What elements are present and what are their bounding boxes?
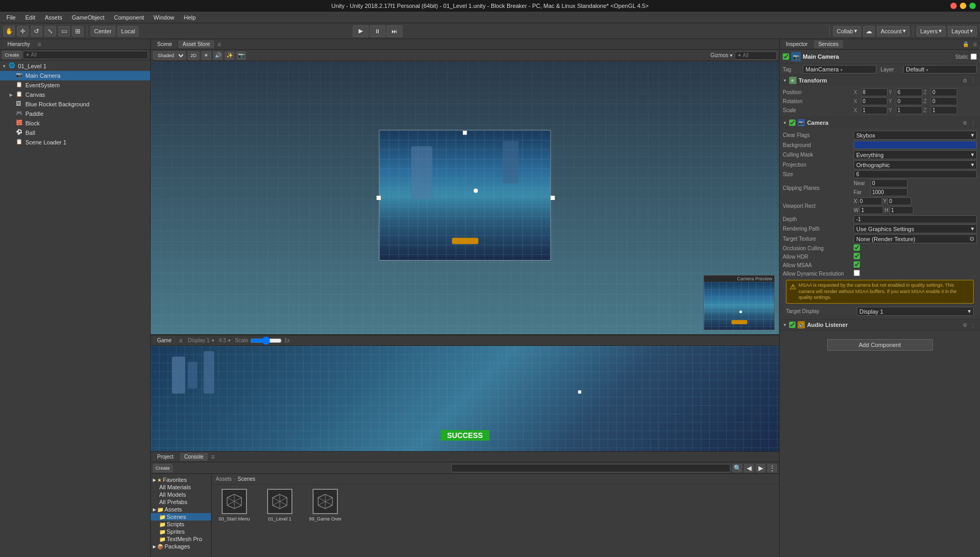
hier-item-paddle[interactable]: 🎮 Paddle	[0, 109, 150, 118]
game-tab[interactable]: Game	[153, 336, 176, 344]
viewport-y[interactable]	[887, 197, 911, 205]
hier-item-eventsystem[interactable]: 📋 EventSystem	[0, 80, 150, 90]
occlusion-culling-checkbox[interactable]	[854, 244, 860, 251]
camera-header[interactable]: ▼ 📷 Camera ⚙ ⋮	[780, 117, 980, 128]
gizmos-dropdown[interactable]: Gizmos ▾	[710, 52, 732, 58]
viewport-x[interactable]	[858, 197, 882, 205]
scale-y[interactable]	[896, 106, 922, 114]
scene-handle-top[interactable]	[463, 131, 467, 135]
transform-tool-button[interactable]: ⊞	[72, 26, 84, 36]
asset-store-tab[interactable]: Asset Store	[178, 40, 214, 48]
menu-file[interactable]: File	[2, 13, 20, 22]
display-label[interactable]: Display 1	[188, 337, 209, 343]
static-checkbox[interactable]	[970, 53, 977, 60]
tree-item-all-materials[interactable]: All Materials	[151, 483, 211, 491]
add-component-button[interactable]: Add Component	[827, 339, 933, 351]
clear-flags-dropdown[interactable]: Skybox ▾	[854, 131, 977, 140]
hierarchy-close[interactable]: ≡	[36, 41, 42, 48]
viewport-h[interactable]	[890, 206, 913, 214]
minimize-button[interactable]	[960, 3, 966, 9]
bottom-panel-close[interactable]: ≡	[210, 453, 216, 461]
rotate-tool-button[interactable]: ↺	[31, 26, 42, 36]
light-button[interactable]: ☀	[202, 51, 211, 60]
rotation-x[interactable]	[861, 97, 887, 105]
tree-item-scenes[interactable]: 📁 Scenes	[151, 513, 211, 521]
camera-menu[interactable]: ⋮	[969, 120, 977, 126]
play-button[interactable]: ▶	[353, 25, 369, 37]
aspect-label[interactable]: 4:3	[218, 337, 226, 343]
local-toggle-button[interactable]: Local	[117, 26, 139, 36]
project-tab[interactable]: Project	[153, 453, 178, 461]
allow-hdr-checkbox[interactable]	[854, 253, 860, 259]
rotation-z[interactable]	[931, 97, 957, 105]
menu-component[interactable]: Component	[109, 13, 148, 22]
target-display-dropdown[interactable]: Display 1 ▾	[857, 307, 974, 316]
fx-button[interactable]: ✨	[225, 51, 234, 60]
background-color-swatch[interactable]	[854, 141, 977, 149]
file-item-startmenu[interactable]: 00_Start Menu	[216, 489, 253, 522]
camera-settings[interactable]: ⚙	[961, 120, 968, 126]
hierarchy-create-button[interactable]: Create	[2, 51, 22, 59]
audio-listener-menu[interactable]: ⋮	[969, 322, 977, 328]
inspector-lock-button[interactable]: 🔒	[961, 41, 970, 47]
tag-value[interactable]: MainCamera ▾	[803, 65, 876, 74]
shading-dropdown[interactable]: Shaded	[153, 51, 186, 60]
tree-item-textmesh[interactable]: 📁 TextMesh Pro	[151, 535, 211, 543]
tree-item-scripts[interactable]: 📁 Scripts	[151, 521, 211, 528]
account-button[interactable]: Account ▾	[877, 26, 910, 36]
collab-button[interactable]: Collab ▾	[833, 26, 861, 36]
scene-tab[interactable]: Scene	[153, 40, 176, 48]
center-toggle-button[interactable]: Center	[90, 26, 115, 36]
file-item-gameover[interactable]: 99_Game Over	[307, 489, 344, 522]
allow-dynamic-res-checkbox[interactable]	[854, 270, 860, 276]
scene-handle-left[interactable]	[377, 196, 381, 200]
rect-tool-button[interactable]: ▭	[58, 26, 70, 36]
project-search-input[interactable]	[451, 464, 731, 472]
project-nav-back[interactable]: ◀	[744, 464, 754, 472]
position-y[interactable]	[896, 88, 922, 96]
tree-item-assets[interactable]: ▶ 📁 Assets	[151, 506, 211, 513]
scale-z[interactable]	[931, 106, 957, 114]
pause-button[interactable]: ⏸	[370, 25, 386, 37]
position-z[interactable]	[931, 88, 957, 96]
scale-x[interactable]	[861, 106, 887, 114]
allow-msaa-checkbox[interactable]	[854, 261, 860, 268]
hier-item-01level1[interactable]: ▼ 🌐 01_Level 1	[0, 61, 150, 71]
culling-mask-dropdown[interactable]: Everything ▾	[854, 150, 977, 159]
move-tool-button[interactable]: ✛	[17, 26, 29, 36]
breadcrumb-assets[interactable]: Assets	[216, 476, 232, 482]
viewport-w[interactable]	[859, 206, 883, 214]
2d-button[interactable]: 2D	[188, 51, 199, 60]
tree-item-sprites[interactable]: 📁 Sprites	[151, 528, 211, 535]
depth-field[interactable]	[854, 215, 977, 223]
game-panel-close[interactable]: ≡	[178, 337, 184, 344]
hierarchy-tab[interactable]: Hierarchy	[3, 40, 34, 48]
menu-assets[interactable]: Assets	[41, 13, 67, 22]
hier-item-block[interactable]: 🧱 Block	[0, 118, 150, 128]
audio-listener-checkbox[interactable]	[789, 322, 795, 328]
transform-header[interactable]: ▼ ⊕ Transform ⚙ ⋮	[780, 75, 980, 86]
menu-gameobject[interactable]: GameObject	[68, 13, 109, 22]
rotation-y[interactable]	[896, 97, 922, 105]
services-tab[interactable]: Services	[814, 40, 842, 48]
audio-listener-settings[interactable]: ⚙	[961, 322, 968, 328]
hier-item-ball[interactable]: ⚽ Ball	[0, 128, 150, 138]
console-tab[interactable]: Console	[180, 453, 208, 461]
close-button[interactable]	[950, 3, 957, 9]
breadcrumb-scenes[interactable]: Scenes	[237, 476, 255, 482]
hand-tool-button[interactable]: ✋	[3, 26, 15, 36]
position-x[interactable]	[861, 88, 887, 96]
menu-help[interactable]: Help	[179, 13, 200, 22]
scene-cam-button[interactable]: 📷	[236, 51, 246, 60]
project-search-button[interactable]: 🔍	[732, 464, 742, 472]
inspector-close-button[interactable]: ≡	[972, 41, 978, 48]
hier-item-bluerocket[interactable]: 🖼 Blue Rocket Background	[0, 99, 150, 109]
tree-item-packages[interactable]: ▶ 📦 Packages	[151, 543, 211, 550]
file-item-level1[interactable]: 01_Level 1	[261, 489, 298, 522]
step-button[interactable]: ⏭	[387, 25, 402, 37]
audio-listener-header[interactable]: ▼ 🔊 Audio Listener ⚙ ⋮	[780, 319, 980, 330]
hierarchy-search-input[interactable]	[23, 51, 148, 59]
hier-item-canvas[interactable]: ▶ 📋 Canvas	[0, 90, 150, 99]
projection-dropdown[interactable]: Orthographic ▾	[854, 160, 977, 169]
audio-button[interactable]: 🔊	[213, 51, 223, 60]
